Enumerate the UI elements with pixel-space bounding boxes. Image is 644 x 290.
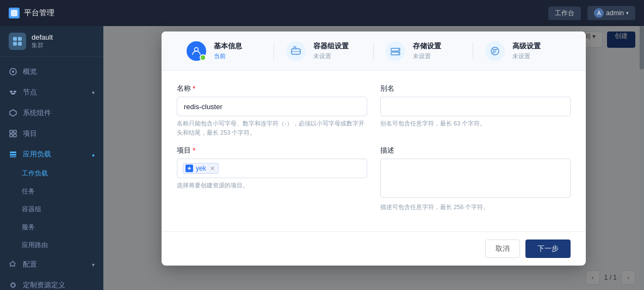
description-hint: 描述可包含任意字符，最长 256 个字符。 [380, 203, 571, 212]
svg-rect-3 [13, 42, 17, 46]
svg-point-34 [398, 53, 399, 54]
create-workload-modal: ✓ 基本信息 当前 [162, 31, 586, 266]
sidebar-menu: 概览 节点 ▾ 系统组件 项目 应用 [0, 57, 103, 290]
nodes-icon [9, 88, 17, 97]
platform-title: 平台管理 [9, 8, 54, 18]
svg-point-6 [12, 71, 14, 73]
step-advanced-sub: 未设置 [512, 52, 541, 60]
header-right: 工作台 A admin ▾ [548, 6, 635, 20]
description-textarea[interactable] [380, 159, 571, 198]
cluster-text: default 集群 [32, 33, 53, 49]
name-label-text: 名称 [177, 84, 191, 93]
step-storage-icon [386, 41, 405, 61]
project-label-text: 项目 [177, 146, 191, 155]
step-storage-title: 存储设置 [413, 41, 441, 51]
svg-marker-13 [10, 110, 16, 116]
app-workloads-icon [9, 150, 17, 159]
modal-body: 名称 * 名称只能包含小写字母、数字和连字符（-），必须以小写字母或数字开头和结… [162, 71, 586, 231]
sidebar-sub-workloads: 工作负载 任务 容器组 服务 应用路由 [0, 165, 103, 254]
sidebar-item-label-system-components: 系统组件 [23, 108, 51, 118]
platform-label: 平台管理 [24, 8, 54, 18]
sidebar-item-app-workloads[interactable]: 应用负载 ▴ [0, 144, 103, 165]
project-tag-icon [185, 165, 193, 172]
step-container-sub: 未设置 [313, 52, 349, 60]
sidebar: default 集群 概览 节点 ▾ 系统组件 [0, 26, 103, 290]
platform-logo-icon [9, 8, 20, 18]
name-hint: 名称只能包含小写字母、数字和连字符（-），必须以小写字母或数字开头和结尾，最长 … [177, 119, 367, 137]
sidebar-item-workloads[interactable]: 工作负载 [22, 165, 103, 182]
sidebar-item-container-groups[interactable]: 容器组 [22, 200, 103, 218]
svg-point-33 [398, 49, 399, 50]
sidebar-item-services[interactable]: 服务 [22, 218, 103, 236]
svg-rect-7 [10, 91, 13, 92]
admin-chevron-icon: ▾ [626, 10, 629, 16]
project-tag: yek ✕ [183, 163, 219, 174]
step-advanced[interactable]: 高级设置 未设置 [473, 40, 573, 62]
step-advanced-icon-wrap [484, 40, 506, 62]
name-label: 名称 * [177, 84, 367, 93]
cluster-info[interactable]: default 集群 [0, 26, 103, 57]
workspace-tab[interactable]: 工作台 [548, 7, 581, 20]
step-advanced-text: 高级设置 未设置 [512, 41, 541, 60]
svg-rect-15 [14, 130, 16, 133]
form-row-project-desc: 项目 * yek ✕ 选择将要创建资源的 [177, 146, 571, 212]
step-container-text: 容器组设置 未设置 [313, 41, 349, 60]
step-container[interactable]: 容器组设置 未设置 [274, 40, 374, 62]
sidebar-item-system-components[interactable]: 系统组件 [0, 103, 103, 123]
svg-rect-0 [11, 10, 17, 16]
step-basic-title: 基本信息 [214, 41, 242, 51]
sidebar-item-label-container-groups: 容器组 [22, 205, 41, 214]
svg-rect-2 [18, 37, 22, 41]
project-tag-close[interactable]: ✕ [210, 165, 215, 172]
step-basic-icon-wrap: ✓ [185, 40, 207, 62]
custom-resources-icon [9, 281, 17, 289]
admin-label: admin [606, 9, 624, 17]
project-select[interactable]: yek ✕ [177, 159, 367, 178]
sidebar-item-projects[interactable]: 项目 [0, 123, 103, 144]
svg-rect-20 [10, 156, 16, 157]
step-container-title: 容器组设置 [313, 41, 349, 51]
sidebar-item-overview[interactable]: 概览 [0, 61, 103, 82]
sidebar-item-configs[interactable]: 配置 ▾ [0, 254, 103, 275]
admin-menu[interactable]: A admin ▾ [587, 6, 635, 20]
form-col-alias: 别名 别名可包含任意字符，最长 63 个字符。 [380, 84, 571, 137]
project-required-mark: * [193, 146, 195, 155]
alias-label-text: 别名 [380, 84, 394, 93]
modal-steps: ✓ 基本信息 当前 [162, 31, 586, 71]
svg-rect-1 [13, 37, 17, 41]
step-storage-sub: 未设置 [413, 52, 441, 60]
next-button[interactable]: 下一步 [525, 239, 571, 258]
sidebar-item-tasks[interactable]: 任务 [22, 182, 103, 200]
form-col-name: 名称 * 名称只能包含小写字母、数字和连字符（-），必须以小写字母或数字开头和结… [177, 84, 367, 137]
form-row-name-alias: 名称 * 名称只能包含小写字母、数字和连字符（-），必须以小写字母或数字开头和结… [177, 84, 571, 137]
svg-rect-14 [10, 130, 13, 133]
system-components-icon [9, 109, 17, 117]
project-label: 项目 * [177, 146, 367, 155]
alias-input[interactable] [380, 97, 571, 116]
step-basic-text: 基本信息 当前 [214, 41, 242, 60]
configs-icon [9, 260, 17, 269]
form-col-description: 描述 描述可包含任意字符，最长 256 个字符。 [380, 146, 571, 212]
name-required-mark: * [193, 84, 195, 93]
step-storage[interactable]: 存储设置 未设置 [374, 40, 473, 62]
configs-arrow-icon: ▾ [92, 262, 95, 268]
step-basic-icon: ✓ [187, 41, 206, 61]
sidebar-item-app-routes[interactable]: 应用路由 [22, 236, 103, 254]
svg-rect-18 [10, 152, 16, 153]
step-storage-text: 存储设置 未设置 [413, 41, 441, 60]
cancel-button[interactable]: 取消 [485, 239, 520, 258]
name-input[interactable] [177, 97, 367, 116]
sidebar-item-custom-resources[interactable]: 定制资源定义 [0, 275, 103, 290]
alias-hint: 别名可包含任意字符，最长 63 个字符。 [380, 119, 571, 128]
step-advanced-title: 高级设置 [512, 41, 541, 51]
main-content: 创建时间 ▾ 创建 ‹ 1 / 1 › [103, 26, 644, 290]
sidebar-item-label-configs: 配置 [23, 260, 37, 269]
modal-overlay: ✓ 基本信息 当前 [103, 26, 644, 290]
step-container-icon-wrap [285, 40, 307, 62]
sidebar-item-nodes[interactable]: 节点 ▾ [0, 82, 103, 103]
sidebar-item-label-custom-resources: 定制资源定义 [23, 280, 65, 290]
step-container-icon [286, 41, 306, 61]
step-basic-sub: 当前 [214, 52, 242, 60]
svg-rect-19 [10, 154, 16, 156]
step-basic-info[interactable]: ✓ 基本信息 当前 [175, 40, 274, 62]
